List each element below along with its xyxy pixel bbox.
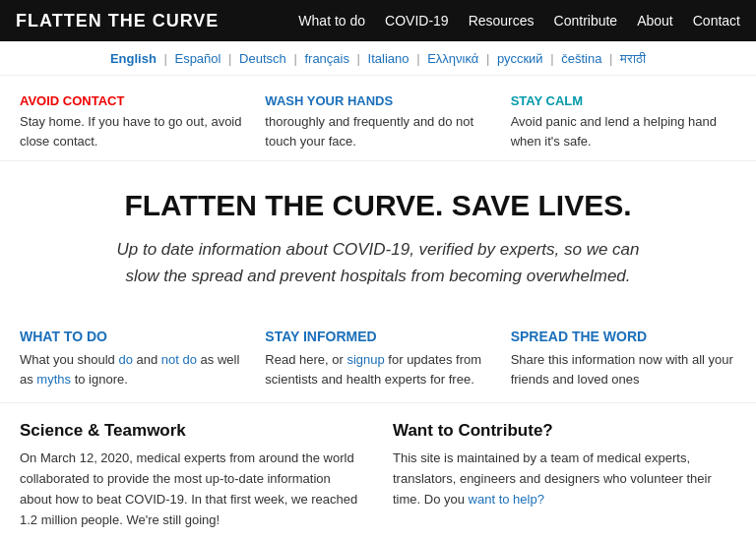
- tip-body-wash: thoroughly and frequently and do not tou…: [265, 112, 490, 150]
- bottom-science-heading: Science & Teamwork: [20, 421, 363, 441]
- bottom-contribute-heading: Want to Contribute?: [393, 421, 736, 441]
- nav-links: What to do COVID-19 Resources Contribute…: [298, 13, 740, 29]
- lang-greek[interactable]: Ελληνικά: [427, 51, 478, 66]
- site-logo: FLATTEN THE CURVE: [16, 11, 219, 31]
- language-bar: English | Español | Deutsch | français |…: [0, 41, 756, 76]
- link-do[interactable]: do: [118, 352, 132, 367]
- tip-wash-hands: WASH YOUR HANDS thoroughly and frequentl…: [265, 93, 490, 150]
- tip-body-avoid: Stay home. If you have to go out, avoid …: [20, 112, 245, 150]
- bottom-contribute: Want to Contribute? This site is maintai…: [393, 421, 736, 530]
- lang-espanol[interactable]: Español: [174, 51, 220, 66]
- lang-italiano[interactable]: Italiano: [368, 51, 410, 66]
- hero-title: FLATTEN THE CURVE. SAVE LIVES.: [59, 189, 697, 222]
- hero-subtitle: Up to date information about COVID-19, v…: [102, 236, 654, 289]
- bottom-contribute-body: This site is maintained by a team of med…: [393, 449, 736, 509]
- navbar: FLATTEN THE CURVE What to do COVID-19 Re…: [0, 0, 756, 41]
- bottom-science: Science & Teamwork On March 12, 2020, me…: [20, 421, 363, 530]
- feature-title-informed: STAY INFORMED: [265, 329, 490, 344]
- tip-title-avoid: AVOID CONTACT: [20, 93, 245, 108]
- feature-body-informed: Read here, or signup for updates from sc…: [265, 350, 490, 389]
- tip-body-calm: Avoid panic and lend a helping hand when…: [511, 112, 736, 150]
- bottom-section: Science & Teamwork On March 12, 2020, me…: [0, 403, 756, 539]
- tips-section: AVOID CONTACT Stay home. If you have to …: [0, 76, 756, 161]
- bottom-science-body: On March 12, 2020, medical experts from …: [20, 449, 363, 530]
- lang-francais[interactable]: français: [304, 51, 349, 66]
- lang-marathi[interactable]: मराठी: [620, 51, 646, 66]
- link-signup[interactable]: signup: [346, 352, 384, 367]
- feature-what-to-do: WHAT TO DO What you should do and not do…: [20, 329, 245, 389]
- tip-stay-calm: STAY CALM Avoid panic and lend a helping…: [511, 93, 736, 150]
- lang-english[interactable]: English: [110, 51, 157, 66]
- tip-avoid-contact: AVOID CONTACT Stay home. If you have to …: [20, 93, 245, 150]
- nav-what-to-do[interactable]: What to do: [298, 13, 365, 29]
- link-want-to-help[interactable]: want to help?: [469, 492, 544, 507]
- nav-contribute[interactable]: Contribute: [554, 13, 618, 29]
- feature-stay-informed: STAY INFORMED Read here, or signup for u…: [265, 329, 490, 389]
- feature-spread-word: SPREAD THE WORD Share this information n…: [511, 329, 736, 389]
- lang-russian[interactable]: русский: [497, 51, 543, 66]
- feature-title-spread: SPREAD THE WORD: [511, 329, 736, 344]
- nav-covid19[interactable]: COVID-19: [385, 13, 449, 29]
- link-myths[interactable]: myths: [36, 372, 71, 387]
- tip-title-wash: WASH YOUR HANDS: [265, 93, 490, 108]
- feature-body-what: What you should do and not do as well as…: [20, 350, 245, 389]
- feature-body-spread: Share this information now with all your…: [511, 350, 736, 389]
- hero-section: FLATTEN THE CURVE. SAVE LIVES. Up to dat…: [0, 161, 756, 309]
- tip-title-calm: STAY CALM: [511, 93, 736, 108]
- link-not-do[interactable]: not do: [161, 352, 197, 367]
- nav-contact[interactable]: Contact: [693, 13, 740, 29]
- feature-title-what: WHAT TO DO: [20, 329, 245, 344]
- lang-czech[interactable]: čeština: [561, 51, 601, 66]
- nav-resources[interactable]: Resources: [469, 13, 535, 29]
- lang-deutsch[interactable]: Deutsch: [239, 51, 286, 66]
- features-section: WHAT TO DO What you should do and not do…: [0, 309, 756, 403]
- nav-about[interactable]: About: [637, 13, 673, 29]
